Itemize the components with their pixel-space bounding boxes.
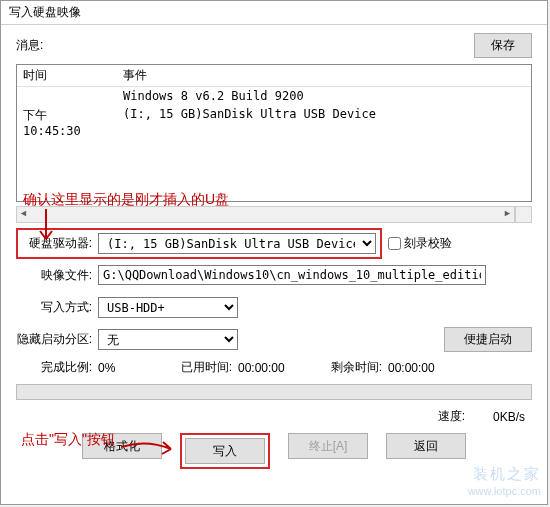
verify-checkbox[interactable] — [388, 237, 401, 250]
save-button[interactable]: 保存 — [474, 33, 532, 58]
dialog-window: 写入硬盘映像 消息: 保存 时间 事件 Windows 8 v6.2 Build… — [0, 0, 548, 505]
elapsed-value: 00:00:00 — [238, 361, 318, 375]
info-label: 消息: — [16, 37, 43, 54]
verify-checkbox-wrap[interactable]: 刻录校验 — [388, 235, 452, 252]
drive-label: 硬盘驱动器: — [22, 235, 98, 252]
form-area: 硬盘驱动器: (I:, 15 GB)SanDisk Ultra USB Devi… — [1, 223, 547, 376]
boot-button[interactable]: 便捷启动 — [444, 327, 532, 352]
log-col-event[interactable]: 事件 — [117, 65, 531, 86]
mode-label: 写入方式: — [16, 299, 98, 316]
speed-label: 速度: — [438, 408, 465, 425]
mode-row: 写入方式: USB-HDD+ — [16, 295, 532, 319]
remain-label: 剩余时间: — [318, 359, 388, 376]
log-header: 时间 事件 — [17, 65, 531, 87]
horizontal-scrollbar[interactable] — [16, 206, 515, 223]
remain-value: 00:00:00 — [388, 361, 435, 375]
write-highlight: 写入 — [180, 433, 270, 469]
verify-label: 刻录校验 — [404, 235, 452, 252]
speed-row: 速度: 0KB/s — [1, 406, 547, 429]
log-row: Windows 8 v6.2 Build 9200 — [17, 87, 531, 105]
progress-row: 完成比例: 0% 已用时间: 00:00:00 剩余时间: 00:00:00 — [16, 359, 532, 376]
image-label: 映像文件: — [16, 267, 98, 284]
drive-highlight: 硬盘驱动器: (I:, 15 GB)SanDisk Ultra USB Devi… — [16, 228, 382, 259]
scroll-corner — [515, 206, 532, 223]
abort-button[interactable]: 终止[A] — [288, 433, 368, 459]
image-field[interactable] — [98, 265, 486, 285]
info-row: 消息: 保存 — [1, 25, 547, 62]
pct-label: 完成比例: — [16, 359, 98, 376]
mode-select[interactable]: USB-HDD+ — [98, 297, 238, 318]
drive-select[interactable]: (I:, 15 GB)SanDisk Ultra USB Device — [98, 233, 376, 254]
progress-bar — [16, 384, 532, 400]
hide-select[interactable]: 无 — [98, 329, 238, 350]
pct-value: 0% — [98, 361, 168, 375]
hide-label: 隐藏启动分区: — [16, 331, 98, 348]
button-row: 格式化 写入 终止[A] 返回 — [1, 429, 547, 477]
format-button[interactable]: 格式化 — [82, 433, 162, 459]
log-col-time[interactable]: 时间 — [17, 65, 117, 86]
write-button[interactable]: 写入 — [185, 438, 265, 464]
hide-row: 隐藏启动分区: 无 便捷启动 — [16, 327, 532, 351]
elapsed-label: 已用时间: — [168, 359, 238, 376]
drive-row: 硬盘驱动器: (I:, 15 GB)SanDisk Ultra USB Devi… — [16, 231, 532, 255]
image-row: 映像文件: — [16, 263, 532, 287]
window-title: 写入硬盘映像 — [1, 1, 547, 25]
log-row: 下午 10:45:30 (I:, 15 GB)SanDisk Ultra USB… — [17, 105, 531, 140]
scroll-row — [16, 206, 532, 223]
log-list: 时间 事件 Windows 8 v6.2 Build 9200 下午 10:45… — [16, 64, 532, 202]
back-button[interactable]: 返回 — [386, 433, 466, 459]
speed-value: 0KB/s — [493, 410, 525, 424]
